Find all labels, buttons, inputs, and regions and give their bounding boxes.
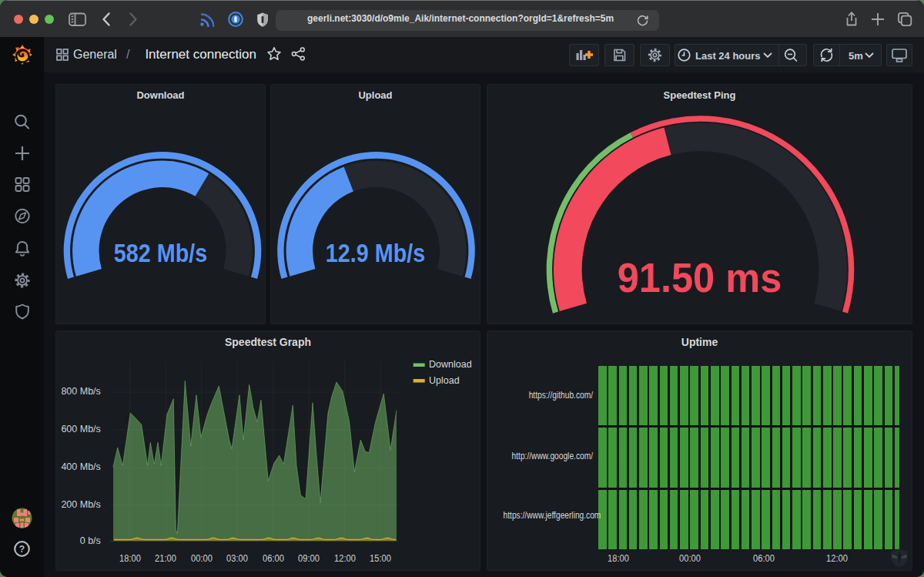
svg-text:?: ? <box>19 544 25 555</box>
